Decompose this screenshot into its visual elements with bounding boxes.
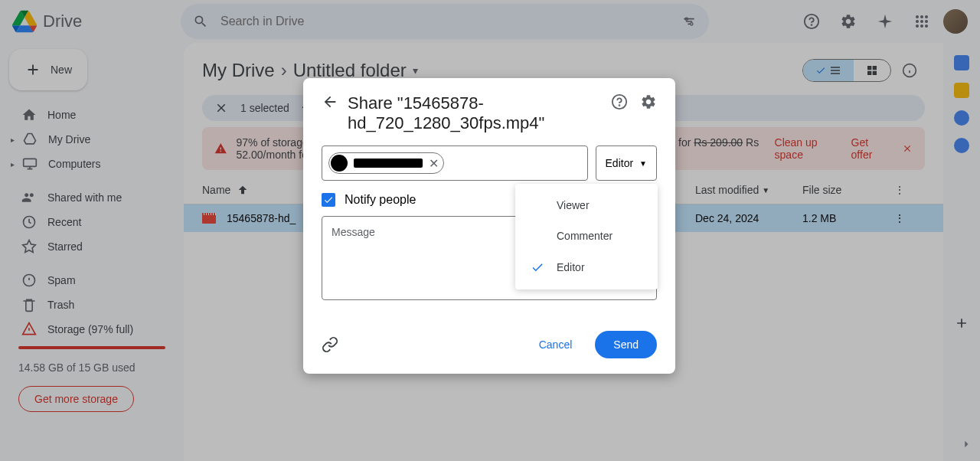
svg-point-18 bbox=[619, 105, 620, 106]
send-button[interactable]: Send bbox=[595, 331, 657, 358]
chip-name-redacted bbox=[354, 159, 423, 168]
role-option-commenter[interactable]: Commenter bbox=[515, 221, 658, 251]
cancel-button[interactable]: Cancel bbox=[528, 332, 583, 357]
dialog-settings-icon[interactable] bbox=[640, 93, 657, 110]
chip-remove-icon[interactable]: ✕ bbox=[429, 156, 439, 171]
notify-checkbox[interactable] bbox=[322, 193, 335, 207]
back-arrow-icon[interactable] bbox=[322, 93, 338, 110]
collapse-panel-icon[interactable] bbox=[959, 436, 974, 455]
check-icon bbox=[531, 260, 544, 274]
role-dropdown-menu: Viewer Commenter Editor bbox=[515, 184, 658, 289]
notify-label: Notify people bbox=[345, 193, 416, 207]
chevron-down-icon: ▼ bbox=[639, 159, 647, 168]
dialog-help-icon[interactable] bbox=[611, 93, 628, 110]
copy-link-icon[interactable] bbox=[322, 336, 338, 353]
people-input[interactable]: ✕ bbox=[322, 145, 588, 181]
role-select[interactable]: Editor ▼ bbox=[596, 145, 657, 181]
chip-avatar bbox=[331, 155, 348, 172]
role-option-editor[interactable]: Editor bbox=[515, 251, 658, 283]
person-chip: ✕ bbox=[328, 152, 444, 174]
role-option-viewer[interactable]: Viewer bbox=[515, 190, 658, 221]
dialog-title: Share "15465878-hd_720_1280_30fps.mp4" bbox=[348, 93, 602, 133]
